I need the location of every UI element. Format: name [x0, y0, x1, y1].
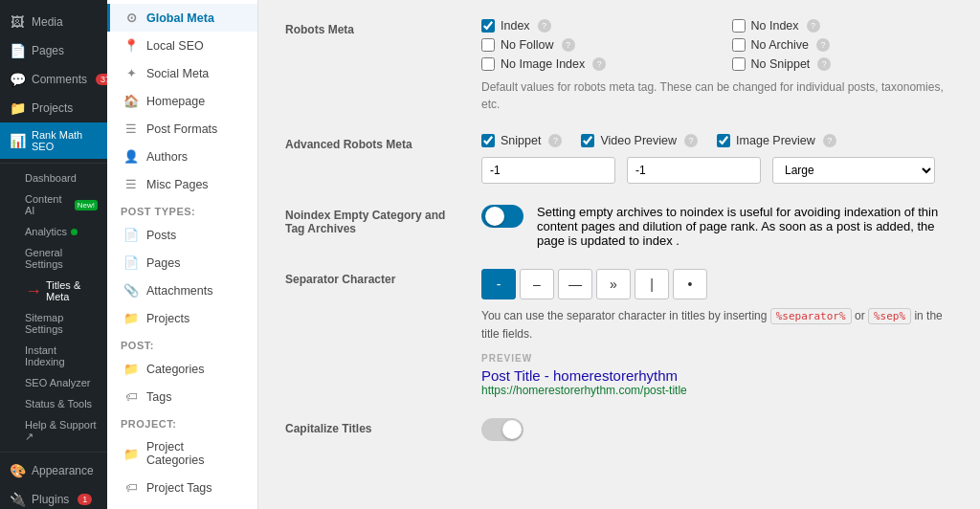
social-meta-icon: ✦ — [123, 66, 139, 80]
no-follow-help-icon[interactable]: ? — [562, 38, 575, 52]
sub-sidebar-item-post-formats[interactable]: ☰ Post Formats — [107, 115, 257, 143]
sub-sidebar-item-homepage[interactable]: 🏠 Homepage — [107, 87, 257, 115]
sidebar-sub-content-ai[interactable]: Content AI New! — [0, 188, 107, 221]
sub-sidebar-item-posts[interactable]: 📄 Posts — [107, 221, 257, 249]
sidebar-sub-general-settings[interactable]: General Settings — [0, 242, 107, 275]
plugins-icon: 🔌 — [10, 492, 25, 507]
sub-sidebar-item-authors[interactable]: 👤 Authors — [107, 143, 257, 170]
separator-content: - – — » | • You can use the separator ch… — [481, 269, 953, 397]
preview-label: PREVIEW — [481, 353, 953, 364]
sidebar-item-rank-math[interactable]: 📊 Rank Math SEO — [0, 122, 107, 159]
sub-sidebar-item-misc-pages[interactable]: ☰ Misc Pages — [107, 170, 257, 198]
sidebar-item-appearance[interactable]: 🎨 Appearance — [0, 456, 107, 485]
sidebar-sub-instant-indexing[interactable]: Instant Indexing — [0, 340, 107, 372]
video-preview-checkbox-item: Video Preview ? — [581, 134, 698, 147]
attachments-icon: 📎 — [123, 283, 139, 298]
sub-sidebar-item-categories[interactable]: 📁 Categories — [107, 355, 257, 383]
noindex-code1: noindex — [680, 205, 724, 219]
capitalize-label: Capitalize Titles — [285, 418, 462, 435]
plugins-badge: 1 — [78, 494, 92, 505]
appearance-icon: 🎨 — [10, 463, 25, 478]
video-preview-checkbox[interactable] — [581, 134, 594, 147]
sep-btn-raquo[interactable]: » — [596, 269, 631, 299]
admin-sidebar: 🖼 Media 📄 Pages 💬 Comments 37 📁 Projects… — [0, 0, 107, 509]
image-preview-select[interactable]: Large Standard None — [772, 157, 935, 184]
capitalize-section: Capitalize Titles — [285, 418, 953, 441]
post-types-section-label: Post Types: — [107, 198, 257, 221]
snippet-checkbox[interactable] — [481, 134, 495, 147]
video-preview-help-icon[interactable]: ? — [684, 134, 698, 147]
sub-sidebar-item-local-seo[interactable]: 📍 Local SEO — [107, 32, 257, 59]
sidebar-item-comments[interactable]: 💬 Comments 37 — [0, 65, 107, 94]
image-preview-checkbox[interactable] — [717, 134, 730, 147]
sidebar-item-projects[interactable]: 📁 Projects — [0, 94, 107, 122]
snippet-help-icon[interactable]: ? — [548, 134, 562, 147]
noindex-code2: index — [643, 233, 673, 248]
no-snippet-help-icon[interactable]: ? — [817, 57, 831, 71]
sidebar-item-pages[interactable]: 📄 Pages — [0, 36, 107, 65]
sidebar-sub-seo-analyzer[interactable]: SEO Analyzer — [0, 372, 107, 393]
sep-btn-bullet[interactable]: • — [673, 269, 707, 299]
sub-sidebar-item-projects-type[interactable]: 📁 Projects — [107, 304, 257, 332]
no-snippet-checkbox[interactable] — [732, 57, 746, 71]
sidebar-item-media[interactable]: 🖼 Media — [0, 8, 107, 36]
capitalize-toggle-knob — [502, 420, 522, 439]
global-meta-icon: ⊙ — [123, 11, 139, 25]
tags-icon: 🏷 — [123, 389, 139, 404]
sub-sidebar-item-global-meta[interactable]: ⊙ Global Meta — [107, 4, 257, 32]
separator-desc: You can use the separator character in t… — [481, 307, 953, 343]
capitalize-toggle[interactable] — [481, 418, 523, 441]
no-image-index-checkbox[interactable] — [481, 57, 495, 71]
sep-code1: %separator% — [770, 308, 852, 324]
sep-btn-em-dash[interactable]: — — [558, 269, 592, 299]
no-image-index-checkbox-item: No Image Index ? — [481, 57, 703, 71]
snippet-checkbox-item: Snippet ? — [481, 134, 562, 147]
video-value-input[interactable] — [627, 157, 761, 184]
no-index-checkbox[interactable] — [732, 19, 746, 33]
index-checkbox-item: Index ? — [481, 19, 703, 33]
image-preview-help-icon[interactable]: ? — [823, 134, 836, 147]
sep-btn-en-dash[interactable]: – — [520, 269, 554, 299]
robots-meta-section: Robots Meta Index ? No Index ? — [285, 19, 953, 113]
robots-meta-label: Robots Meta — [285, 19, 462, 36]
sidebar-sub-status-tools[interactable]: Status & Tools — [0, 393, 107, 414]
no-follow-checkbox-item: No Follow ? — [481, 38, 703, 52]
comments-icon: 💬 — [10, 72, 25, 87]
capitalize-content — [481, 418, 953, 441]
project-categories-icon: 📁 — [123, 447, 139, 461]
no-snippet-checkbox-item: No Snippet ? — [732, 57, 954, 71]
media-icon: 🖼 — [10, 14, 25, 30]
categories-icon: 📁 — [123, 362, 139, 376]
noindex-toggle[interactable] — [481, 205, 523, 228]
sub-sidebar-item-project-tags[interactable]: 🏷 Project Tags — [107, 474, 257, 501]
arrow-icon: → — [25, 281, 42, 301]
no-image-index-help-icon[interactable]: ? — [592, 57, 606, 71]
index-help-icon[interactable]: ? — [538, 19, 551, 33]
sidebar-sub-dashboard[interactable]: Dashboard — [0, 167, 107, 188]
sub-sidebar-item-tags[interactable]: 🏷 Tags — [107, 383, 257, 410]
sidebar-item-plugins[interactable]: 🔌 Plugins 1 — [0, 485, 107, 509]
separator-label: Separator Character — [285, 269, 462, 286]
robots-meta-desc: Default values for robots meta tag. Thes… — [481, 78, 953, 113]
sidebar-sub-help[interactable]: Help & Support ↗ — [0, 414, 107, 448]
no-archive-checkbox[interactable] — [732, 38, 746, 52]
sep-btn-dash[interactable]: - — [481, 269, 516, 299]
sep-btn-pipe[interactable]: | — [635, 269, 669, 299]
no-archive-help-icon[interactable]: ? — [816, 38, 830, 52]
sub-sidebar-item-social-meta[interactable]: ✦ Social Meta — [107, 59, 257, 87]
index-checkbox[interactable] — [481, 19, 495, 33]
sub-sidebar-item-project-categories[interactable]: 📁 Project Categories — [107, 433, 257, 474]
post-section-label: Post: — [107, 332, 257, 355]
sidebar-sub-sitemap[interactable]: Sitemap Settings — [0, 307, 107, 340]
sub-sidebar-item-attachments[interactable]: 📎 Attachments — [107, 277, 257, 304]
local-seo-icon: 📍 — [123, 38, 139, 53]
separator-section: Separator Character - – — » | • You can … — [285, 269, 953, 397]
no-index-help-icon[interactable]: ? — [807, 19, 820, 33]
sidebar-sub-analytics[interactable]: Analytics — [0, 221, 107, 242]
sidebar-sub-titles-meta[interactable]: → Titles & Meta — [0, 275, 107, 307]
noindex-label: Noindex Empty Category and Tag Archives — [285, 205, 462, 235]
project-tags-icon: 🏷 — [123, 480, 139, 495]
sub-sidebar-item-pages-type[interactable]: 📄 Pages — [107, 249, 257, 277]
no-follow-checkbox[interactable] — [481, 38, 495, 52]
snippet-value-input[interactable] — [481, 157, 615, 184]
